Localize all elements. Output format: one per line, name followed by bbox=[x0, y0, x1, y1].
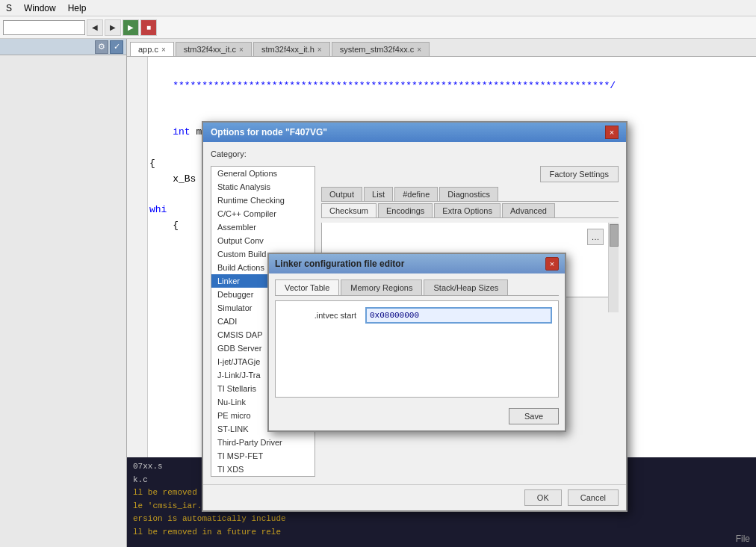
linker-close-btn[interactable]: × bbox=[545, 257, 559, 271]
factory-settings-row: Factory Settings bbox=[321, 166, 619, 182]
tab-close-system-stm32[interactable]: × bbox=[417, 46, 421, 54]
category-ti-msp-fet[interactable]: TI MSP-FET bbox=[211, 449, 315, 463]
tab-advanced[interactable]: Advanced bbox=[502, 203, 555, 217]
gear-icon[interactable]: ⚙ bbox=[95, 40, 108, 54]
right-tab-row-2: Checksum Encodings Extra Options Advance… bbox=[321, 203, 619, 218]
toolbar-search-input[interactable] bbox=[3, 20, 85, 35]
status-line-6: ll be removed in a future rele bbox=[133, 526, 750, 540]
tab-bar: app.c × stm32f4xx_it.c × stm32f4xx_it.h … bbox=[127, 39, 756, 57]
extra-button[interactable]: … bbox=[587, 229, 604, 245]
linker-tab-memory-regions[interactable]: Memory Regions bbox=[341, 279, 422, 295]
category-assembler[interactable]: Assembler bbox=[211, 220, 315, 234]
scrollbar-thumb[interactable] bbox=[610, 224, 619, 247]
scrollbar-track[interactable] bbox=[608, 223, 619, 312]
options-dialog-titlebar: Options for node "F407VG" × bbox=[203, 123, 626, 142]
tab-list[interactable]: List bbox=[364, 187, 393, 201]
tab-encodings[interactable]: Encodings bbox=[378, 203, 433, 217]
tab-label-system-stm32: system_stm32f4xx.c bbox=[340, 45, 415, 54]
tab-stm32-it-c[interactable]: stm32f4xx_it.c × bbox=[176, 42, 252, 56]
tab-stm32-it-h[interactable]: stm32f4xx_it.h × bbox=[253, 42, 330, 56]
menu-item-s[interactable]: S bbox=[6, 3, 12, 13]
linker-save-button[interactable]: Save bbox=[509, 408, 559, 424]
category-third-party[interactable]: Third-Party Driver bbox=[211, 436, 315, 449]
toolbar-back-btn[interactable]: ◀ bbox=[87, 19, 103, 36]
tab-label-app-c: app.c bbox=[138, 45, 158, 54]
ok-button[interactable]: OK bbox=[524, 489, 562, 506]
tab-close-stm32-it-h[interactable]: × bbox=[317, 46, 322, 54]
category-ti-xds[interactable]: TI XDS bbox=[211, 463, 315, 476]
tab-extra-options[interactable]: Extra Options bbox=[434, 203, 501, 217]
options-dialog-title: Options for node "F407VG" bbox=[211, 127, 327, 137]
tab-close-app-c[interactable]: × bbox=[161, 46, 166, 54]
options-dialog-close-btn[interactable]: × bbox=[605, 126, 619, 139]
toolbar: ◀ ▶ ▶ ■ bbox=[0, 16, 756, 39]
category-output-conv[interactable]: Output Conv bbox=[211, 234, 315, 247]
tab-checksum[interactable]: Checksum bbox=[321, 203, 377, 217]
linker-intvec-row: .intvec start bbox=[282, 307, 552, 324]
file-label: File bbox=[730, 531, 756, 547]
options-dialog-footer: OK Cancel bbox=[203, 484, 626, 510]
linker-content: .intvec start bbox=[275, 300, 559, 398]
category-label: Category: bbox=[211, 149, 619, 158]
sidebar-panel: ⚙ ✓ bbox=[0, 39, 127, 547]
tab-label-stm32-it-c: stm32f4xx_it.c bbox=[184, 45, 236, 54]
status-line-5: ersion is automatically include bbox=[133, 513, 750, 526]
toolbar-fwd-btn[interactable]: ▶ bbox=[105, 19, 121, 36]
linker-intvec-input[interactable] bbox=[365, 307, 552, 324]
toolbar-stop-btn[interactable]: ■ bbox=[140, 19, 157, 36]
tab-define[interactable]: #define bbox=[394, 187, 438, 201]
menu-item-window[interactable]: Window bbox=[24, 3, 56, 13]
menu-item-help[interactable]: Help bbox=[68, 3, 87, 13]
tab-diagnostics[interactable]: Diagnostics bbox=[439, 187, 498, 201]
cancel-button[interactable]: Cancel bbox=[568, 489, 619, 506]
tab-app-c[interactable]: app.c × bbox=[130, 42, 174, 56]
factory-settings-button[interactable]: Factory Settings bbox=[540, 166, 619, 182]
linker-footer: Save bbox=[275, 404, 559, 424]
linker-intvec-label: .intvec start bbox=[282, 311, 356, 320]
menu-bar: S Window Help bbox=[0, 0, 756, 16]
tab-label-stm32-it-h: stm32f4xx_it.h bbox=[261, 45, 315, 54]
linker-tab-stack-heap[interactable]: Stack/Heap Sizes bbox=[424, 279, 508, 295]
linker-body: Vector Table Memory Regions Stack/Heap S… bbox=[269, 274, 565, 430]
tab-close-stm32-it-c[interactable]: × bbox=[239, 46, 244, 54]
toolbar-build-btn[interactable]: ▶ bbox=[123, 19, 139, 36]
linker-tab-vector-table[interactable]: Vector Table bbox=[275, 279, 339, 295]
code-line-stars: ****************************************… bbox=[149, 63, 750, 109]
tab-output[interactable]: Output bbox=[321, 187, 362, 201]
category-cpp-compiler[interactable]: C/C++ Compiler bbox=[211, 207, 315, 220]
linker-dialog-title: Linker configuration file editor bbox=[275, 259, 404, 269]
category-runtime-checking[interactable]: Runtime Checking bbox=[211, 194, 315, 207]
linker-tabs: Vector Table Memory Regions Stack/Heap S… bbox=[275, 279, 559, 296]
sidebar-header: ⚙ ✓ bbox=[0, 39, 126, 55]
tab-system-stm32[interactable]: system_stm32f4xx.c × bbox=[332, 42, 430, 56]
right-tab-row-1: Output List #define Diagnostics bbox=[321, 187, 619, 202]
linker-titlebar: Linker configuration file editor × bbox=[269, 254, 565, 274]
category-static-analysis[interactable]: Static Analysis bbox=[211, 180, 315, 194]
linker-config-dialog: Linker configuration file editor × Vecto… bbox=[267, 253, 566, 432]
right-tabs: Output List #define Diagnostics Checksum… bbox=[321, 187, 619, 218]
category-general-options[interactable]: General Options bbox=[211, 167, 315, 180]
check-icon[interactable]: ✓ bbox=[110, 40, 123, 54]
